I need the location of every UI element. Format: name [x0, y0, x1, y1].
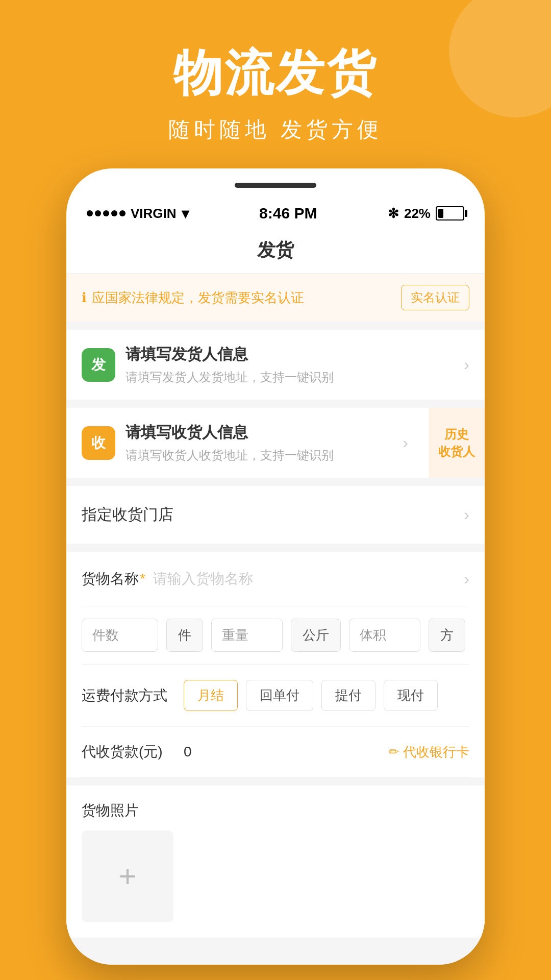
receiver-title: 请填写收货人信息 [126, 422, 392, 443]
payment-label: 运费付款方式 [82, 686, 184, 705]
phone-notch [235, 183, 316, 188]
photo-add-button[interactable]: + [82, 830, 173, 922]
receiver-row[interactable]: 收 请填写收货人信息 请填写收货人收货地址，支持一键识别 › 历史收货人 [66, 408, 485, 478]
payment-option-monthly[interactable]: 月结 [184, 680, 238, 711]
store-row[interactable]: 指定收货门店 › [66, 486, 485, 544]
status-right: ✻ 22% [388, 206, 464, 222]
history-receiver-button[interactable]: 历史收货人 [429, 408, 485, 478]
notice-icon: ℹ [82, 290, 87, 306]
real-name-button[interactable]: 实名认证 [401, 285, 469, 310]
goods-name-label: 货物名称* [82, 569, 153, 589]
quantity-row: 件数 件 重量 公斤 体积 方 [82, 606, 469, 665]
photo-label: 货物照片 [82, 801, 469, 820]
app-content: 发货 ℹ 应国家法律规定，发货需要实名认证 实名认证 发 请填写发货人信息 请填… [66, 228, 485, 965]
phone-mockup: VIRGIN ▾ 8:46 PM ✻ 22% 发货 ℹ 应国家法律规定，发货需要… [66, 168, 485, 965]
signal-dot-5 [119, 210, 126, 216]
payment-option-cash[interactable]: 现付 [384, 680, 438, 711]
cod-label: 代收货款(元) [82, 742, 184, 762]
goods-card: 货物名称* 请输入货物名称 › 件数 件 重量 公斤 体积 方 运费付款方式 月… [66, 552, 485, 777]
payment-option-pickup[interactable]: 提付 [321, 680, 375, 711]
receiver-icon: 收 [82, 426, 115, 460]
photo-section: 货物照片 + [66, 786, 485, 938]
header-title: 物流发货 [0, 41, 551, 107]
goods-name-chevron-right-icon: › [464, 570, 469, 589]
wifi-icon: ▾ [182, 205, 189, 222]
weight-input[interactable]: 重量 [211, 619, 283, 652]
signal-dot-1 [87, 210, 93, 216]
receiver-content: 请填写收货人信息 请填写收货人收货地址，支持一键识别 [126, 422, 392, 463]
nav-bar: 发货 [66, 228, 485, 274]
plus-icon: + [118, 861, 136, 892]
signal-dot-4 [111, 210, 117, 216]
volume-unit-button[interactable]: 方 [429, 619, 465, 652]
store-label: 指定收货门店 [82, 504, 173, 525]
status-time: 8:46 PM [189, 205, 388, 222]
status-bar: VIRGIN ▾ 8:46 PM ✻ 22% [66, 199, 485, 228]
sender-desc: 请填写发货人发货地址，支持一键识别 [126, 369, 454, 385]
nav-title: 发货 [257, 238, 294, 263]
signal-dot-3 [103, 210, 109, 216]
sender-card: 发 请填写发货人信息 请填写发货人发货地址，支持一键识别 › [66, 330, 485, 400]
goods-name-input[interactable]: 请输入货物名称 [153, 569, 464, 589]
notice-message: 应国家法律规定，发货需要实名认证 [92, 289, 304, 307]
notice-banner: ℹ 应国家法律规定，发货需要实名认证 实名认证 [66, 274, 485, 322]
cod-bank-button[interactable]: ✏ 代收银行卡 [389, 743, 469, 761]
cod-bank-label: 代收银行卡 [403, 743, 469, 761]
battery-container [436, 206, 464, 220]
store-chevron-right-icon: › [464, 505, 469, 524]
carrier-info: VIRGIN ▾ [87, 205, 189, 222]
bluetooth-icon: ✻ [388, 206, 399, 222]
header-subtitle: 随时随地 发货方便 [0, 115, 551, 144]
payment-row: 运费付款方式 月结 回单付 提付 现付 [82, 665, 469, 727]
volume-input[interactable]: 体积 [349, 619, 420, 652]
sender-chevron-right-icon: › [464, 355, 469, 374]
notice-text: ℹ 应国家法律规定，发货需要实名认证 [82, 289, 304, 307]
battery-box [436, 206, 464, 220]
sender-icon: 发 [82, 348, 115, 382]
receiver-chevron-right-icon: › [403, 433, 408, 452]
cod-value: 0 [184, 744, 389, 760]
receiver-card: 收 请填写收货人信息 请填写收货人收货地址，支持一键识别 › 历史收货人 [66, 408, 485, 478]
required-star: * [140, 571, 145, 587]
signal-dots [87, 210, 126, 216]
payment-option-return[interactable]: 回单付 [246, 680, 313, 711]
sender-content: 请填写发货人信息 请填写发货人发货地址，支持一键识别 [126, 344, 454, 385]
receiver-desc: 请填写收货人收货地址，支持一键识别 [126, 447, 392, 463]
signal-dot-2 [95, 210, 101, 216]
sender-row[interactable]: 发 请填写发货人信息 请填写发货人发货地址，支持一键识别 › [66, 330, 485, 400]
pencil-icon: ✏ [389, 745, 399, 759]
carrier-name: VIRGIN [131, 206, 177, 222]
payment-options: 月结 回单付 提付 现付 [184, 680, 438, 711]
weight-unit-button[interactable]: 公斤 [291, 619, 341, 652]
battery-percent: 22% [404, 206, 431, 222]
goods-name-row: 货物名称* 请输入货物名称 › [82, 552, 469, 606]
count-unit-button[interactable]: 件 [166, 619, 203, 652]
cod-row: 代收货款(元) 0 ✏ 代收银行卡 [82, 727, 469, 777]
count-input[interactable]: 件数 [82, 619, 158, 652]
header-area: 物流发货 随时随地 发货方便 [0, 41, 551, 144]
store-card: 指定收货门店 › [66, 486, 485, 544]
sender-title: 请填写发货人信息 [126, 344, 454, 365]
battery-fill [438, 209, 443, 218]
